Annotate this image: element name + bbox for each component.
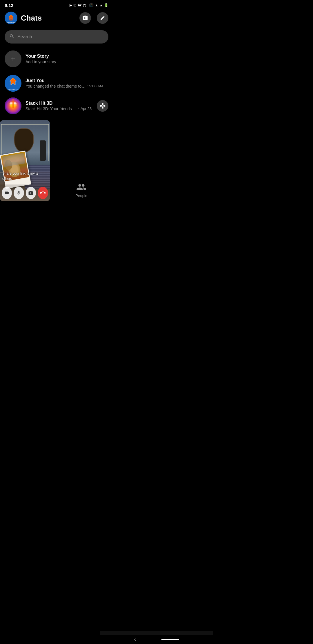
battery-icon: 🔋 bbox=[104, 3, 108, 7]
chat-avatar-stack-hit bbox=[5, 97, 21, 114]
story-text: Your Story Add to your story bbox=[26, 54, 56, 64]
signal-icon: ▲ bbox=[99, 3, 103, 7]
page-title: Chats bbox=[21, 14, 74, 23]
plus-icon: + bbox=[11, 54, 15, 64]
chat-name-stack-hit: Stack Hit 3D bbox=[26, 101, 93, 106]
camera-button[interactable] bbox=[79, 12, 91, 24]
screenshot-icon: ⊡ bbox=[73, 3, 76, 7]
video-preview: Share your link to invite others bbox=[0, 120, 50, 201]
people-nav-area: People bbox=[50, 120, 113, 201]
messenger-status-icon: ☎ bbox=[77, 3, 82, 7]
vibrate-icon: 📳 bbox=[89, 3, 94, 7]
dot-separator-2: · bbox=[78, 106, 79, 111]
story-add-avatar: + bbox=[5, 50, 21, 67]
invite-text-container: Share your link to invite others bbox=[2, 171, 48, 181]
video-toggle-button[interactable] bbox=[2, 187, 12, 199]
chat-preview-just-you: You changed the chat theme to… bbox=[26, 84, 85, 88]
at-icon: @ bbox=[83, 3, 86, 7]
game-badge bbox=[97, 100, 108, 112]
chat-name-just-you: Just You bbox=[26, 78, 108, 83]
status-bar: 9:12 ▶ ⊡ ☎ @ 📳 ▲ ▲ 🔋 bbox=[0, 0, 113, 9]
svg-text:malavida.com: malavida.com bbox=[8, 88, 18, 90]
mute-button[interactable] bbox=[14, 187, 24, 199]
dot-separator: · bbox=[87, 83, 88, 88]
end-call-button[interactable] bbox=[38, 187, 48, 199]
chat-info-stack-hit: Stack Hit 3D Stack Hit 3D: Your friends … bbox=[26, 101, 93, 111]
invite-text: Share your link to invite others bbox=[2, 171, 39, 181]
search-bar[interactable]: Search bbox=[5, 30, 108, 44]
story-title: Your Story bbox=[26, 54, 56, 59]
people-label: People bbox=[76, 193, 87, 198]
status-icons: ▶ ⊡ ☎ @ 📳 ▲ ▲ 🔋 bbox=[70, 3, 108, 7]
search-icon bbox=[9, 34, 14, 40]
svg-rect-11 bbox=[12, 100, 14, 108]
chat-preview-row-just-you: You changed the chat theme to… · 9:08 AM bbox=[26, 83, 108, 88]
video-controls bbox=[0, 184, 50, 201]
story-subtitle: Add to your story bbox=[26, 59, 56, 64]
header: malavida.com Chats bbox=[0, 9, 113, 28]
chat-preview-row-stack-hit: Stack Hit 3D: Your friends … · Apr 28 bbox=[26, 106, 93, 111]
your-story-item[interactable]: + Your Story Add to your story bbox=[0, 48, 113, 72]
video-icon: ▶ bbox=[70, 3, 72, 7]
video-call-section: Share your link to invite others bbox=[0, 120, 113, 201]
chat-avatar-just-you: malavida.com bbox=[5, 75, 21, 92]
chat-time-stack-hit: Apr 28 bbox=[81, 106, 92, 111]
chat-item-stack-hit[interactable]: Stack Hit 3D Stack Hit 3D: Your friends … bbox=[0, 95, 113, 117]
chat-item-just-you[interactable]: malavida.com Just You You changed the ch… bbox=[0, 72, 113, 95]
wifi-icon: ▲ bbox=[95, 3, 98, 7]
chat-preview-stack-hit: Stack Hit 3D: Your friends … bbox=[26, 106, 77, 111]
flip-camera-button[interactable] bbox=[26, 187, 36, 199]
edit-button[interactable] bbox=[97, 12, 108, 24]
user-avatar[interactable]: malavida.com bbox=[5, 12, 17, 24]
search-placeholder-text: Search bbox=[17, 34, 32, 39]
chat-time-just-you: 9:08 AM bbox=[89, 84, 103, 88]
search-container: Search bbox=[0, 28, 113, 48]
status-time: 9:12 bbox=[5, 3, 13, 8]
svg-text:malavida.com: malavida.com bbox=[7, 21, 15, 23]
chat-info-just-you: Just You You changed the chat theme to… … bbox=[26, 78, 108, 88]
people-nav-item[interactable]: People bbox=[76, 182, 87, 198]
